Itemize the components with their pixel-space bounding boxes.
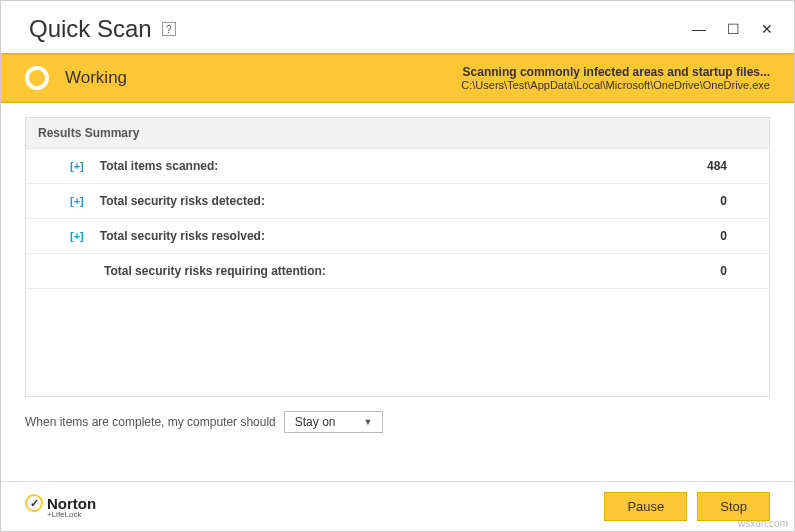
completion-dropdown[interactable]: Stay on ▼ bbox=[284, 411, 384, 433]
dropdown-selected: Stay on bbox=[295, 415, 336, 429]
row-value: 0 bbox=[720, 264, 727, 278]
row-value: 0 bbox=[720, 229, 727, 243]
result-row-items-scanned: [+] Total items scanned: 484 bbox=[26, 149, 769, 184]
bottom-bar: ✓ Norton +LifeLock Pause Stop bbox=[1, 481, 794, 531]
brand-logo: ✓ Norton +LifeLock bbox=[25, 494, 96, 519]
watermark: wsxdn.com bbox=[738, 518, 788, 529]
row-value: 0 bbox=[720, 194, 727, 208]
status-label: Working bbox=[65, 68, 127, 88]
chevron-down-icon: ▼ bbox=[363, 417, 372, 427]
expand-icon[interactable]: [+] bbox=[70, 195, 84, 207]
status-bar: Working Scanning commonly infected areas… bbox=[1, 53, 794, 103]
close-button[interactable]: ✕ bbox=[758, 21, 776, 37]
spinner-icon bbox=[25, 66, 49, 90]
status-details: Scanning commonly infected areas and sta… bbox=[461, 65, 770, 91]
logo-check-icon: ✓ bbox=[25, 494, 43, 512]
row-label: Total security risks resolved: bbox=[100, 229, 265, 243]
result-row-risks-resolved: [+] Total security risks resolved: 0 bbox=[26, 219, 769, 254]
maximize-button[interactable]: ☐ bbox=[724, 21, 742, 37]
titlebar: Quick Scan ? — ☐ ✕ bbox=[1, 1, 794, 53]
expand-icon[interactable]: [+] bbox=[70, 160, 84, 172]
row-label: Total items scanned: bbox=[100, 159, 218, 173]
content-area: Results Summary [+] Total items scanned:… bbox=[1, 103, 794, 397]
minimize-button[interactable]: — bbox=[690, 21, 708, 37]
row-value: 484 bbox=[707, 159, 727, 173]
row-label: Total security risks requiring attention… bbox=[104, 264, 326, 278]
completion-prompt: When items are complete, my computer sho… bbox=[25, 415, 276, 429]
row-label: Total security risks detected: bbox=[100, 194, 265, 208]
action-buttons: Pause Stop bbox=[604, 492, 770, 521]
window-controls: — ☐ ✕ bbox=[690, 21, 776, 37]
results-header: Results Summary bbox=[26, 118, 769, 149]
completion-option: When items are complete, my computer sho… bbox=[1, 397, 794, 433]
result-row-risks-attention: Total security risks requiring attention… bbox=[26, 254, 769, 289]
result-row-risks-detected: [+] Total security risks detected: 0 bbox=[26, 184, 769, 219]
stop-button[interactable]: Stop bbox=[697, 492, 770, 521]
window-title: Quick Scan bbox=[29, 15, 152, 43]
status-path: C:\Users\Test\AppData\Local\Microsoft\On… bbox=[461, 79, 770, 91]
status-message: Scanning commonly infected areas and sta… bbox=[461, 65, 770, 79]
pause-button[interactable]: Pause bbox=[604, 492, 687, 521]
help-icon[interactable]: ? bbox=[162, 22, 176, 36]
expand-icon[interactable]: [+] bbox=[70, 230, 84, 242]
results-panel: Results Summary [+] Total items scanned:… bbox=[25, 117, 770, 397]
brand-name: Norton bbox=[47, 496, 96, 511]
